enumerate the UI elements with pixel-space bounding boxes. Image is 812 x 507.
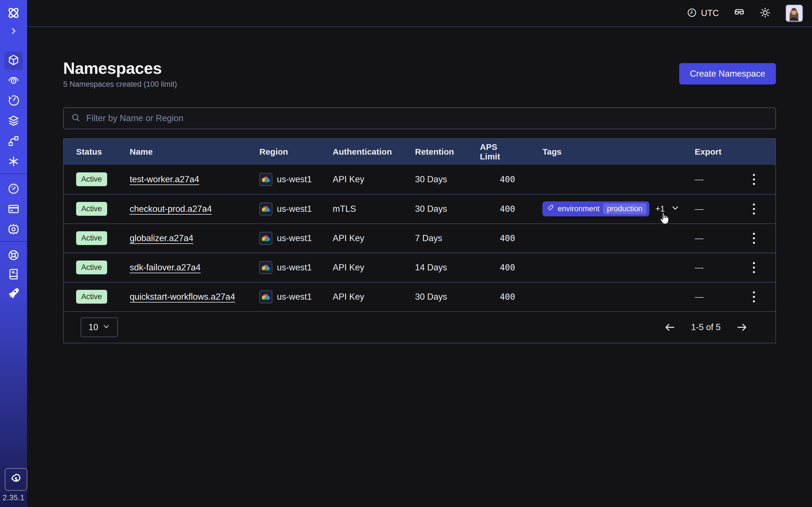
- credit-badge-icon: $: [10, 472, 22, 487]
- search-icon: [71, 113, 81, 124]
- export-value: —: [695, 204, 746, 214]
- tag-chip[interactable]: environment production: [543, 202, 649, 216]
- gear-icon: [7, 223, 20, 237]
- book-sparkle-icon: [7, 268, 20, 281]
- create-namespace-button[interactable]: Create Namespace: [679, 63, 776, 84]
- tag-value: production: [603, 203, 647, 214]
- next-page-button[interactable]: [734, 321, 749, 334]
- sidebar-item-billing[interactable]: [4, 200, 23, 219]
- status-badge: Active: [76, 172, 107, 186]
- chevron-down-icon: [103, 322, 110, 332]
- export-value: —: [695, 233, 746, 243]
- auth-method: mTLS: [333, 204, 415, 214]
- row-menu-button[interactable]: [748, 288, 760, 306]
- user-avatar[interactable]: [785, 4, 803, 22]
- row-menu-button[interactable]: [748, 259, 760, 277]
- sidebar-item-insights[interactable]: [4, 71, 23, 90]
- billing-credits-button[interactable]: $: [5, 468, 28, 491]
- credit-card-icon: [7, 203, 20, 216]
- auth-method: API Key: [333, 174, 415, 184]
- sidebar-item-namespaces[interactable]: [4, 51, 23, 70]
- sidebar-item-schedules[interactable]: [4, 92, 23, 110]
- gauge-icon: [7, 182, 20, 196]
- main-content: Namespaces 5 Namespaces created (100 lim…: [27, 27, 812, 507]
- timezone-selector[interactable]: UTC: [687, 8, 719, 19]
- tags-expand-button[interactable]: [671, 204, 679, 214]
- topbar: UTC: [27, 0, 812, 27]
- filter-input[interactable]: [86, 113, 768, 124]
- timezone-label: UTC: [701, 8, 719, 18]
- row-menu-button[interactable]: [748, 200, 760, 218]
- table-row: Active sdk-failover.a27a4 us-west1 API K…: [64, 252, 775, 282]
- auth-method: API Key: [333, 233, 415, 243]
- gcp-icon: [259, 203, 272, 216]
- column-header-aps-limit: APS Limit: [480, 142, 515, 161]
- row-menu-button[interactable]: [748, 170, 760, 188]
- region-label: us-west1: [277, 263, 312, 273]
- auth-method: API Key: [333, 263, 415, 273]
- retention: 30 Days: [415, 292, 480, 302]
- rocket-icon: [7, 287, 20, 300]
- previous-page-button[interactable]: [662, 321, 677, 334]
- sidebar-item-usage[interactable]: [4, 180, 23, 199]
- sidebar-item-nexus[interactable]: [4, 132, 23, 151]
- table-footer: 10 1-5 of 5: [64, 311, 775, 343]
- column-header-tags: Tags: [515, 147, 695, 157]
- pagination-range: 1-5 of 5: [691, 322, 721, 332]
- sidebar-item-support[interactable]: [4, 246, 23, 265]
- accessibility-button[interactable]: [733, 7, 745, 19]
- sidebar-item-workers[interactable]: [4, 153, 23, 171]
- page-subtitle: 5 Namespaces created (100 limit): [63, 80, 177, 89]
- column-header-retention: Retention: [415, 147, 480, 157]
- auth-method: API Key: [333, 292, 415, 302]
- aps-limit: 400: [500, 233, 515, 243]
- region-label: us-west1: [277, 174, 312, 184]
- page-title: Namespaces: [63, 59, 177, 77]
- namespace-link[interactable]: checkout-prod.a27a4: [130, 204, 212, 214]
- sidebar: $ 2.35.1: [0, 0, 27, 507]
- sun-icon: [760, 7, 771, 19]
- aps-limit: 400: [500, 263, 515, 272]
- status-badge: Active: [76, 202, 107, 216]
- tag-key: environment: [558, 205, 600, 213]
- namespace-link[interactable]: quickstart-workflows.a27a4: [130, 292, 235, 302]
- aps-limit: 400: [500, 204, 515, 214]
- region-label: us-west1: [277, 292, 312, 302]
- table-row: Active globalizer.a27a4 us-west1 API Key…: [64, 223, 775, 252]
- page-size-select[interactable]: 10: [81, 318, 118, 337]
- status-badge: Active: [76, 290, 107, 304]
- sidebar-item-getting-started[interactable]: [4, 284, 23, 303]
- life-ring-icon: [7, 249, 20, 263]
- theme-toggle-button[interactable]: [760, 7, 771, 19]
- gcp-icon: [259, 232, 272, 245]
- retention: 7 Days: [415, 233, 480, 243]
- chevron-right-icon: [9, 27, 18, 36]
- sidebar-divider: [0, 241, 27, 242]
- namespace-link[interactable]: sdk-failover.a27a4: [130, 263, 201, 272]
- sidebar-item-docs[interactable]: [4, 265, 23, 284]
- retention: 30 Days: [415, 174, 480, 184]
- column-header-authentication: Authentication: [333, 147, 415, 157]
- sidebar-expand-button[interactable]: [4, 24, 23, 39]
- page-header: Namespaces 5 Namespaces created (100 lim…: [63, 59, 776, 89]
- gcp-icon: [259, 261, 272, 274]
- export-value: —: [695, 292, 746, 302]
- branch-circuit-icon: [7, 135, 20, 149]
- temporal-logo-icon: [6, 6, 21, 21]
- row-menu-button[interactable]: [748, 229, 760, 247]
- sidebar-item-deployments[interactable]: [4, 112, 23, 131]
- namespace-link[interactable]: globalizer.a27a4: [130, 233, 193, 243]
- glasses-icon: [733, 7, 745, 19]
- sidebar-item-settings[interactable]: [4, 221, 23, 239]
- retention: 14 Days: [415, 263, 480, 273]
- gcp-icon: [259, 290, 272, 303]
- temporal-logo[interactable]: [4, 4, 23, 23]
- region-label: us-west1: [277, 204, 312, 214]
- column-header-status: Status: [76, 147, 130, 157]
- aps-limit: 400: [500, 174, 515, 184]
- table-row: Active checkout-prod.a27a4 us-west1 mTLS…: [64, 194, 775, 223]
- namespace-link[interactable]: test-worker.a27a4: [130, 174, 199, 184]
- export-value: —: [695, 174, 746, 184]
- status-badge: Active: [76, 231, 107, 245]
- namespaces-table: Status Name Region Authentication Retent…: [63, 138, 776, 343]
